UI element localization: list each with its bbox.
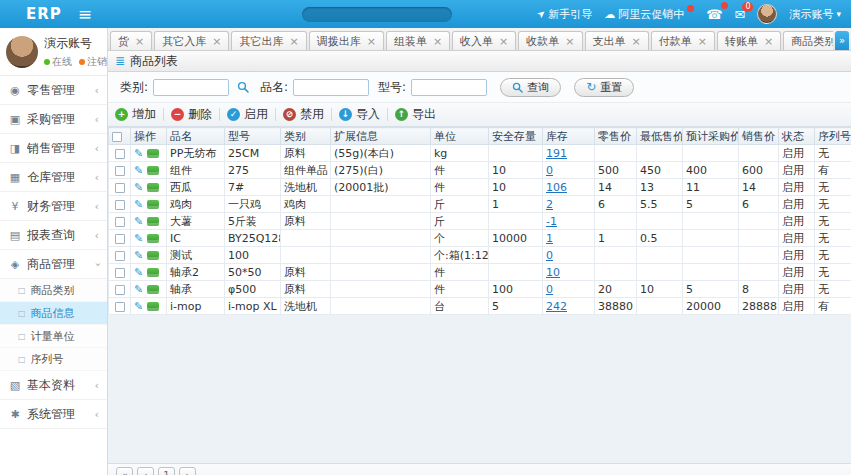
sidebar-item[interactable]: ▣采购管理‹	[0, 105, 107, 134]
edit-icon[interactable]: ✎	[134, 232, 143, 245]
row-checkbox[interactable]	[115, 234, 125, 244]
toolbar-button[interactable]: +增加	[115, 106, 156, 123]
sidebar-item[interactable]: ▦仓库管理‹	[0, 163, 107, 192]
sidebar-item[interactable]: ◨销售管理‹	[0, 134, 107, 163]
select-all-checkbox[interactable]	[112, 132, 122, 142]
tab-付款单[interactable]: 付款单×	[651, 31, 715, 50]
promo-link[interactable]: ☁ 阿里云促销中	[604, 7, 694, 22]
tab-收款单[interactable]: 收款单×	[518, 31, 582, 50]
row-checkbox[interactable]	[115, 183, 125, 193]
sidebar-item[interactable]: ◉零售管理‹	[0, 76, 107, 105]
sidebar-subitem[interactable]: □商品类别	[0, 279, 107, 302]
sidebar-item[interactable]: ¥财务管理‹	[0, 192, 107, 221]
stock-link[interactable]: 242	[546, 300, 567, 313]
row-checkbox[interactable]	[115, 200, 125, 210]
edit-icon[interactable]: ✎	[134, 266, 143, 279]
tab-close-icon[interactable]: ×	[499, 36, 508, 47]
tab-其它出库[interactable]: 其它出库×	[231, 31, 306, 50]
category-lookup-icon[interactable]	[234, 79, 251, 96]
query-button[interactable]: 查询	[500, 78, 561, 97]
sidebar-subitem[interactable]: □序列号	[0, 348, 107, 371]
mail-icon[interactable]: ✉0	[735, 8, 746, 21]
guide-link[interactable]: ➤ 新手引导	[537, 7, 592, 22]
edit-icon[interactable]: ✎	[134, 283, 143, 296]
toolbar-button[interactable]: ↓导入	[339, 106, 380, 123]
tab-scroll-right-icon[interactable]: »	[835, 31, 849, 50]
edit-icon[interactable]: ✎	[134, 215, 143, 228]
sidebar-subitem[interactable]: □计量单位	[0, 325, 107, 348]
row-checkbox[interactable]	[115, 268, 125, 278]
pager-button[interactable]: ‹	[137, 467, 154, 475]
label-icon[interactable]	[147, 183, 159, 192]
tab-close-icon[interactable]: ×	[135, 36, 144, 47]
sidebar-item[interactable]: ▧基本资料‹	[0, 371, 107, 400]
stock-link[interactable]: 106	[546, 181, 567, 194]
sidebar-subitem[interactable]: □商品信息	[0, 302, 107, 325]
label-icon[interactable]	[147, 285, 159, 294]
topbar-avatar[interactable]	[757, 4, 777, 24]
label-icon[interactable]	[147, 149, 159, 158]
tab-转账单[interactable]: 转账单×	[717, 31, 781, 50]
sidebar-item[interactable]: ▤报表查询‹	[0, 221, 107, 250]
logout-link[interactable]: 注销	[79, 55, 107, 69]
tab-商品类别[interactable]: 商品类别×	[783, 31, 833, 50]
edit-icon[interactable]: ✎	[134, 300, 143, 313]
user-avatar[interactable]	[6, 36, 38, 68]
tab-close-icon[interactable]: ×	[212, 36, 221, 47]
account-menu[interactable]: 演示账号 ▾	[789, 7, 841, 22]
pager-button[interactable]: «	[116, 467, 133, 475]
menu-toggle-icon[interactable]: ≡	[78, 6, 92, 23]
edit-icon[interactable]: ✎	[134, 181, 143, 194]
toolbar-button[interactable]: ↑导出	[395, 106, 436, 123]
sidebar-item[interactable]: ✱系统管理‹	[0, 400, 107, 429]
label-icon[interactable]	[147, 200, 159, 209]
label-icon[interactable]	[147, 302, 159, 311]
global-search-input[interactable]	[302, 7, 452, 22]
tab-close-icon[interactable]: ×	[289, 36, 298, 47]
service-icon[interactable]: ☎	[706, 8, 722, 21]
edit-icon[interactable]: ✎	[134, 147, 143, 160]
tab-close-icon[interactable]: ×	[367, 36, 376, 47]
stock-link[interactable]: 1	[546, 232, 553, 245]
toolbar-button[interactable]: −删除	[171, 106, 212, 123]
edit-icon[interactable]: ✎	[134, 164, 143, 177]
tab-close-icon[interactable]: ×	[632, 36, 641, 47]
category-input[interactable]	[153, 79, 229, 96]
name-input[interactable]	[293, 79, 369, 96]
tab-收入单[interactable]: 收入单×	[452, 31, 516, 50]
tab-其它入库[interactable]: 其它入库×	[154, 31, 229, 50]
toolbar-button[interactable]: ✓启用	[227, 106, 268, 123]
stock-link[interactable]: 0	[546, 283, 553, 296]
label-icon[interactable]	[147, 234, 159, 243]
tab-close-icon[interactable]: ×	[565, 36, 574, 47]
label-icon[interactable]	[147, 217, 159, 226]
stock-link[interactable]: 2	[546, 198, 553, 211]
row-checkbox[interactable]	[115, 166, 125, 176]
row-checkbox[interactable]	[115, 149, 125, 159]
edit-icon[interactable]: ✎	[134, 198, 143, 211]
pager-button[interactable]: 1	[158, 467, 175, 475]
tab-支出单[interactable]: 支出单×	[585, 31, 649, 50]
stock-link[interactable]: -1	[546, 215, 557, 228]
tab-组装单[interactable]: 组装单×	[386, 31, 450, 50]
row-checkbox[interactable]	[115, 251, 125, 261]
tab-调拨出库[interactable]: 调拨出库×	[309, 31, 384, 50]
label-icon[interactable]	[147, 166, 159, 175]
tab-close-icon[interactable]: ×	[433, 36, 442, 47]
model-input[interactable]	[411, 79, 487, 96]
reset-button[interactable]: ↻ 重置	[574, 78, 634, 97]
stock-link[interactable]: 10	[546, 266, 560, 279]
row-checkbox[interactable]	[115, 285, 125, 295]
row-checkbox[interactable]	[115, 302, 125, 312]
edit-icon[interactable]: ✎	[134, 249, 143, 262]
stock-link[interactable]: 0	[546, 164, 553, 177]
toolbar-button[interactable]: ⊘禁用	[283, 106, 324, 123]
row-checkbox[interactable]	[115, 217, 125, 227]
sidebar-item[interactable]: ◈商品管理‹	[0, 250, 107, 279]
label-icon[interactable]	[147, 268, 159, 277]
tab-close-icon[interactable]: ×	[764, 36, 773, 47]
label-icon[interactable]	[147, 251, 159, 260]
pager-button[interactable]: ›	[179, 467, 196, 475]
stock-link[interactable]: 0	[546, 249, 553, 262]
tab-货[interactable]: 货×	[110, 31, 152, 50]
